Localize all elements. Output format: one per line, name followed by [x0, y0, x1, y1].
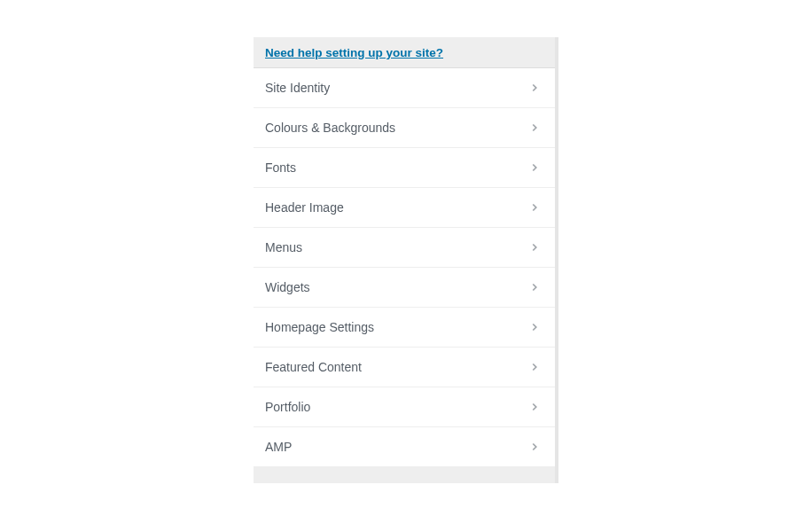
menu-item-header-image[interactable]: Header Image: [254, 188, 555, 228]
menu-item-amp[interactable]: AMP: [254, 427, 555, 467]
menu-item-site-identity[interactable]: Site Identity: [254, 68, 555, 108]
chevron-right-icon: [526, 318, 543, 336]
chevron-right-icon: [526, 238, 543, 256]
customizer-panel: Need help setting up your site? Site Ide…: [254, 37, 558, 483]
menu-item-widgets[interactable]: Widgets: [254, 268, 555, 308]
menu-item-label: AMP: [265, 440, 526, 454]
menu-item-label: Site Identity: [265, 81, 526, 95]
help-banner: Need help setting up your site?: [254, 37, 555, 68]
chevron-right-icon: [526, 199, 543, 216]
menu-item-label: Homepage Settings: [265, 320, 526, 334]
menu-list: Site Identity Colours & Backgrounds Font…: [254, 68, 555, 467]
help-link[interactable]: Need help setting up your site?: [265, 46, 443, 59]
chevron-right-icon: [526, 398, 543, 416]
menu-item-label: Fonts: [265, 160, 526, 175]
menu-item-label: Widgets: [265, 280, 526, 294]
chevron-right-icon: [526, 358, 543, 376]
chevron-right-icon: [526, 278, 543, 296]
menu-item-fonts[interactable]: Fonts: [254, 148, 555, 188]
menu-item-colours-backgrounds[interactable]: Colours & Backgrounds: [254, 108, 555, 148]
panel-bottom-spacer: [254, 467, 555, 483]
menu-item-featured-content[interactable]: Featured Content: [254, 348, 555, 387]
menu-item-label: Featured Content: [265, 360, 526, 374]
menu-item-menus[interactable]: Menus: [254, 228, 555, 268]
menu-item-homepage-settings[interactable]: Homepage Settings: [254, 308, 555, 348]
chevron-right-icon: [526, 119, 543, 137]
menu-item-label: Header Image: [265, 200, 526, 215]
menu-item-portfolio[interactable]: Portfolio: [254, 387, 555, 427]
chevron-right-icon: [526, 159, 543, 176]
menu-item-label: Portfolio: [265, 400, 526, 414]
chevron-right-icon: [526, 79, 543, 97]
menu-item-label: Colours & Backgrounds: [265, 121, 526, 135]
chevron-right-icon: [526, 438, 543, 456]
menu-item-label: Menus: [265, 240, 526, 254]
